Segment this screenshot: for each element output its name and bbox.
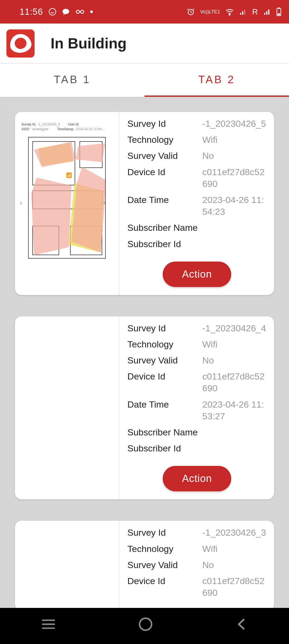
value-date-time: 2023-04-26 11:53:27 <box>202 398 267 422</box>
whatsapp-icon <box>48 8 56 16</box>
svg-marker-17 <box>31 178 71 255</box>
label-device-id: Device Id <box>127 166 202 190</box>
value-survey-id: -1_20230426_5 <box>202 118 267 129</box>
label-survey-id: Survey Id <box>127 322 202 334</box>
thumb-survey-id-label: Survey Id: <box>21 122 36 126</box>
label-subscriber-id: Subscriber Id <box>127 442 202 454</box>
value-survey-valid: No <box>202 559 267 571</box>
tab-1[interactable]: TAB 1 <box>0 64 144 97</box>
value-device-id: c011ef27d8c52690 <box>202 166 267 190</box>
thumb-ts-label: TimeStamp: <box>57 127 74 131</box>
label-survey-valid: Survey Valid <box>127 354 202 366</box>
thumb-ts-value: 2023-04-26 11:54:... <box>76 127 105 131</box>
signal2-icon <box>263 8 271 15</box>
svg-rect-5 <box>242 11 243 15</box>
svg-point-3 <box>229 14 230 15</box>
back-button[interactable] <box>235 618 248 631</box>
signal-icon <box>239 8 247 15</box>
thumb-survey-id-value: -1_20230426_5 <box>37 122 60 126</box>
survey-thumbnail[interactable] <box>15 316 119 500</box>
survey-card: Survey Id-1_20230426_3 TechnologyWifi Su… <box>15 521 274 611</box>
value-technology: Wifi <box>202 338 267 350</box>
svg-rect-7 <box>264 13 265 15</box>
recents-button[interactable] <box>41 619 56 631</box>
action-button[interactable]: Action <box>163 466 231 491</box>
value-device-id: c011ef27d8c52690 <box>202 370 267 394</box>
label-date-time: Date Time <box>127 398 202 422</box>
wifi-marker-icon: 📶 <box>66 172 72 178</box>
label-date-time: Date Time <box>127 194 202 217</box>
svg-marker-16 <box>75 143 105 162</box>
value-survey-id: -1_20230426_4 <box>202 322 267 334</box>
value-subscriber-name <box>202 426 267 438</box>
alarm-icon <box>187 8 195 16</box>
action-button[interactable]: Action <box>163 262 231 287</box>
app-bar: In Building <box>0 24 289 64</box>
page-title: In Building <box>51 35 127 52</box>
thumb-ssid-label: SSID: <box>21 127 30 131</box>
svg-point-22 <box>140 618 152 630</box>
survey-thumbnail[interactable]: Survey Id:-1_20230426_5 User Id: SSID:"a… <box>15 112 119 295</box>
volte-icon: Vo))LTE1 <box>200 10 220 14</box>
tab-2[interactable]: TAB 2 <box>144 64 289 97</box>
label-subscriber-name: Subscriber Name <box>127 222 202 233</box>
system-nav-bar <box>0 608 289 644</box>
value-technology: Wifi <box>202 543 267 555</box>
label-device-id: Device Id <box>127 370 202 394</box>
survey-details: Survey Id-1_20230426_5 TechnologyWifi Su… <box>119 112 274 295</box>
battery-icon <box>276 7 282 16</box>
app-logo <box>6 29 35 57</box>
volte-label: LTE1 <box>209 10 220 14</box>
svg-rect-8 <box>266 11 267 15</box>
survey-details: Survey Id-1_20230426_4 TechnologyWifi Su… <box>119 316 274 500</box>
survey-thumbnail[interactable] <box>15 521 119 611</box>
value-subscriber-name <box>202 222 267 233</box>
label-device-id: Device Id <box>127 575 202 599</box>
label-subscriber-name: Subscriber Name <box>127 426 202 438</box>
svg-rect-12 <box>277 13 280 15</box>
floor-plan: 📶 <box>28 137 106 259</box>
svg-rect-9 <box>268 9 269 15</box>
svg-marker-15 <box>34 142 75 167</box>
value-technology: Wifi <box>202 134 267 145</box>
thumb-left-label: L <box>20 201 22 205</box>
value-subscriber-id <box>202 442 267 454</box>
thumb-user-id-label: User Id: <box>68 122 79 126</box>
value-survey-id: -1_20230426_3 <box>202 527 267 538</box>
status-left: 11:56 <box>7 7 93 17</box>
status-bar: 11:56 Vo))LTE1 R <box>0 0 289 24</box>
wifi-icon <box>225 8 234 16</box>
home-button[interactable] <box>138 617 153 633</box>
value-survey-valid: No <box>202 150 267 162</box>
infinity-icon <box>75 9 85 14</box>
status-right: Vo))LTE1 R <box>187 7 282 16</box>
survey-card: Survey Id-1_20230426_4 TechnologyWifi Su… <box>15 316 274 500</box>
svg-point-0 <box>49 9 56 15</box>
value-date-time: 2023-04-26 11:54:23 <box>202 194 267 217</box>
chat-icon <box>62 8 70 16</box>
svg-rect-11 <box>278 7 280 9</box>
label-survey-id: Survey Id <box>127 118 202 129</box>
value-survey-valid: No <box>202 354 267 366</box>
label-technology: Technology <box>127 543 202 555</box>
label-survey-id: Survey Id <box>127 527 202 538</box>
value-subscriber-id <box>202 238 267 250</box>
roaming-icon: R <box>252 7 258 16</box>
value-device-id: c011ef27d8c52690 <box>202 575 267 599</box>
survey-card: Survey Id:-1_20230426_5 User Id: SSID:"a… <box>15 112 274 295</box>
label-survey-valid: Survey Valid <box>127 559 202 571</box>
survey-details: Survey Id-1_20230426_3 TechnologyWifi Su… <box>119 521 274 611</box>
label-technology: Technology <box>127 134 202 145</box>
dot-icon <box>90 10 93 13</box>
label-subscriber-id: Subscriber Id <box>127 238 202 250</box>
svg-marker-18 <box>71 167 106 252</box>
content-scroll[interactable]: Survey Id:-1_20230426_5 User Id: SSID:"a… <box>0 97 289 626</box>
thumb-ssid-value: "airteldigital" <box>31 127 49 131</box>
label-technology: Technology <box>127 338 202 350</box>
svg-rect-6 <box>244 9 245 15</box>
svg-rect-4 <box>240 13 241 15</box>
status-time: 11:56 <box>20 7 43 17</box>
label-survey-valid: Survey Valid <box>127 150 202 162</box>
tab-bar: TAB 1 TAB 2 <box>0 64 289 97</box>
svg-point-1 <box>62 9 69 14</box>
